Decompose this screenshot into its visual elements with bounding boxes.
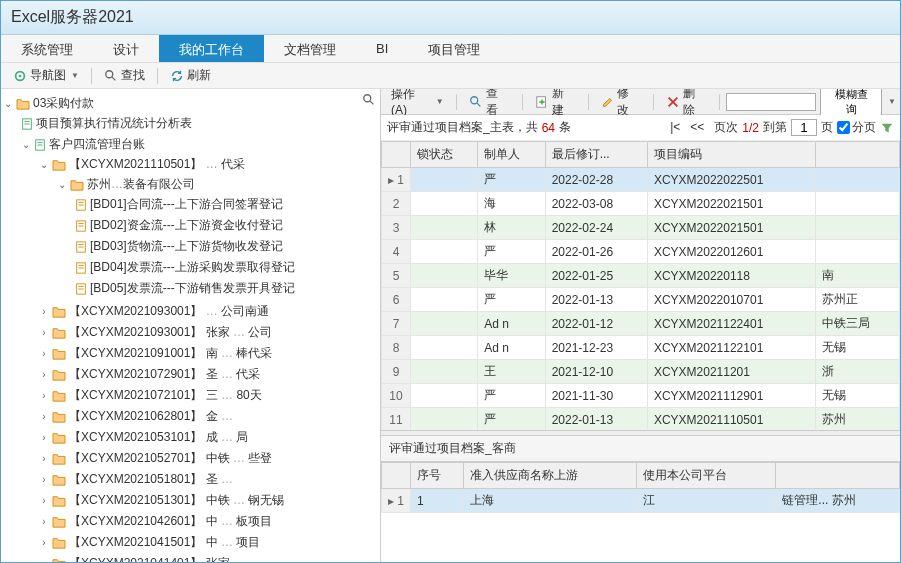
folder-icon [52, 369, 66, 381]
expander-icon[interactable]: › [39, 432, 49, 443]
sub-grid[interactable]: 序号准入供应商名称上游使用本公司平台 ▸ 1 1 上海 江 链管理... 苏州 [381, 462, 900, 562]
folder-icon [52, 474, 66, 486]
sub-tab[interactable]: 评审通过项目档案_客商 [381, 436, 900, 462]
refresh-button[interactable]: 刷新 [164, 65, 217, 86]
fuzzy-search-input[interactable] [726, 93, 816, 111]
table-row[interactable]: 5 毕华2022-01-25XCYXM20220118南 [382, 264, 900, 288]
column-header[interactable]: 项目编码 [647, 142, 815, 168]
table-row[interactable]: ▸ 1 严2022-02-28XCYXM2022022501 [382, 168, 900, 192]
tree-node-project[interactable]: › 【XCYXM2021093001】 … 公司南通 [39, 302, 378, 321]
row-handle[interactable]: 7 [382, 312, 411, 336]
svg-point-4 [364, 95, 371, 102]
tree-node-project[interactable]: › 【XCYXM2021053101】 成 … 局 [39, 428, 378, 447]
row-handle[interactable]: 8 [382, 336, 411, 360]
table-row[interactable]: 9 王2021-12-10XCYXM20211201浙 [382, 360, 900, 384]
table-row[interactable]: 6 严2022-01-13XCYXM2022010701苏州正 [382, 288, 900, 312]
column-header[interactable]: 使用本公司平台 [637, 463, 776, 489]
tree-node-project[interactable]: › 【XCYXM2021062801】 金 … [39, 407, 378, 426]
row-handle[interactable]: ▸ 1 [382, 168, 411, 192]
expander-icon[interactable]: › [39, 537, 49, 548]
main-grid[interactable]: 锁状态制单人最后修订...项目编码 ▸ 1 严2022-02-28XCYXM20… [381, 141, 900, 430]
tree-node-project[interactable]: › 【XCYXM2021072101】 三 … 80天 [39, 386, 378, 405]
tree-node-project[interactable]: › 【XCYXM2021041501】 中 … 项目 [39, 533, 378, 552]
folder-icon [52, 390, 66, 402]
expander-icon[interactable]: › [39, 474, 49, 485]
tree-node-project[interactable]: › 【XCYXM2021051301】 中铁 … 钢无锡 [39, 491, 378, 510]
expander-icon[interactable]: › [39, 411, 49, 422]
menu-design[interactable]: 设计 [93, 35, 159, 62]
table-row[interactable]: 2 海2022-03-08XCYXM2022021501 [382, 192, 900, 216]
table-row[interactable]: 7 Ad n2022-01-12XCYXM2021122401中铁三局 [382, 312, 900, 336]
table-row[interactable]: 8 Ad n2021-12-23XCYXM2021122101无锡 [382, 336, 900, 360]
tree-node-project[interactable]: › 【XCYXM2021042601】 中 … 板项目 [39, 512, 378, 531]
expander-icon[interactable]: › [39, 306, 49, 317]
tree-node-project[interactable]: › 【XCYXM2021091001】 南 … 棒代采 [39, 344, 378, 363]
filter-icon[interactable] [880, 121, 894, 135]
tree-panel[interactable]: ⌄ 03采购付款 项目预算执行情况统计分析表 ⌄ [1, 89, 381, 562]
column-header[interactable]: 锁状态 [411, 142, 478, 168]
tree-node-project[interactable]: › 【XCYXM2021052701】 中铁 … 些登 [39, 449, 378, 468]
tree-node-bd[interactable]: [BD01]合同流---上下游合同签署登记 [75, 195, 378, 214]
menu-system[interactable]: 系统管理 [1, 35, 93, 62]
paging-checkbox[interactable]: 分页 [837, 119, 876, 136]
expander-icon[interactable]: › [39, 495, 49, 506]
tree-search-button[interactable] [362, 93, 376, 110]
expander-icon[interactable]: › [39, 327, 49, 338]
tree-node-project[interactable]: › 【XCYXM2021041401】 张家 … [39, 554, 378, 562]
menu-docs[interactable]: 文档管理 [264, 35, 356, 62]
sheet-icon [75, 199, 87, 211]
tree-node-bd[interactable]: [BD02]资金流---上下游资金收付登记 [75, 216, 378, 235]
row-handle[interactable]: 11 [382, 408, 411, 431]
tree-node-bd[interactable]: [BD05]发票流---下游销售发票开具登记 [75, 279, 378, 298]
column-header[interactable]: 最后修订... [545, 142, 647, 168]
row-handle[interactable]: 3 [382, 216, 411, 240]
column-header[interactable] [776, 463, 900, 489]
tree-node-bd[interactable]: [BD04]发票流---上游采购发票取得登记 [75, 258, 378, 277]
refresh-icon [170, 69, 184, 83]
expander-icon[interactable]: › [39, 558, 49, 562]
page-number-input[interactable] [791, 119, 817, 136]
row-handle[interactable]: 4 [382, 240, 411, 264]
row-handle[interactable]: 9 [382, 360, 411, 384]
expander-icon[interactable]: › [39, 348, 49, 359]
expander-icon[interactable]: ⌄ [57, 179, 67, 190]
tree-node-project[interactable]: › 【XCYXM2021051801】 圣 … [39, 470, 378, 489]
sheet-icon [75, 220, 87, 232]
expander-icon[interactable]: › [39, 369, 49, 380]
table-row[interactable]: 11 严2022-01-13XCYXM2021110501苏州 [382, 408, 900, 431]
row-handle[interactable]: ▸ 1 [382, 489, 411, 513]
menu-bi[interactable]: BI [356, 35, 408, 62]
tree-node-root[interactable]: ⌄ 03采购付款 [3, 94, 378, 113]
column-header[interactable] [382, 463, 411, 489]
expander-icon[interactable]: ⌄ [39, 159, 49, 170]
row-handle[interactable]: 10 [382, 384, 411, 408]
nav-button[interactable]: 导航图 ▼ [7, 65, 85, 86]
table-row[interactable]: 4 严2022-01-26XCYXM2022012601 [382, 240, 900, 264]
tree-node[interactable]: ⌄ 客户四流管理台账 [21, 135, 378, 154]
menu-project[interactable]: 项目管理 [408, 35, 500, 62]
expander-icon[interactable]: ⌄ [3, 98, 13, 109]
table-row[interactable]: 10 严2021-11-30XCYXM2021112901无锡 [382, 384, 900, 408]
expander-icon[interactable]: › [39, 453, 49, 464]
column-header[interactable]: 序号 [411, 463, 464, 489]
column-header[interactable] [382, 142, 411, 168]
column-header[interactable]: 准入供应商名称上游 [464, 463, 637, 489]
tree-node-bd[interactable]: [BD03]货物流---上下游货物收发登记 [75, 237, 378, 256]
tree-node-project[interactable]: › 【XCYXM2021093001】 张家 … 公司 [39, 323, 378, 342]
tree-node[interactable]: 项目预算执行情况统计分析表 [21, 114, 378, 133]
row-handle[interactable]: 2 [382, 192, 411, 216]
column-header[interactable]: 制单人 [478, 142, 545, 168]
row-handle[interactable]: 6 [382, 288, 411, 312]
tree-node[interactable]: ⌄ 【XCYXM2021110501】 … 代采 [39, 155, 378, 174]
table-row[interactable]: 3 林2022-02-24XCYXM2022021501 [382, 216, 900, 240]
expander-icon[interactable]: › [39, 516, 49, 527]
expander-icon[interactable]: ⌄ [21, 139, 31, 150]
tree-node-project[interactable]: › 【XCYXM2021072901】 圣 … 代采 [39, 365, 378, 384]
expander-icon[interactable]: › [39, 390, 49, 401]
folder-icon [52, 159, 66, 171]
row-handle[interactable]: 5 [382, 264, 411, 288]
search-button[interactable]: 查找 [98, 65, 151, 86]
menu-workbench[interactable]: 我的工作台 [159, 35, 264, 62]
column-header[interactable] [816, 142, 900, 168]
tree-node[interactable]: ⌄ 苏州…装备有限公司 [57, 175, 378, 194]
